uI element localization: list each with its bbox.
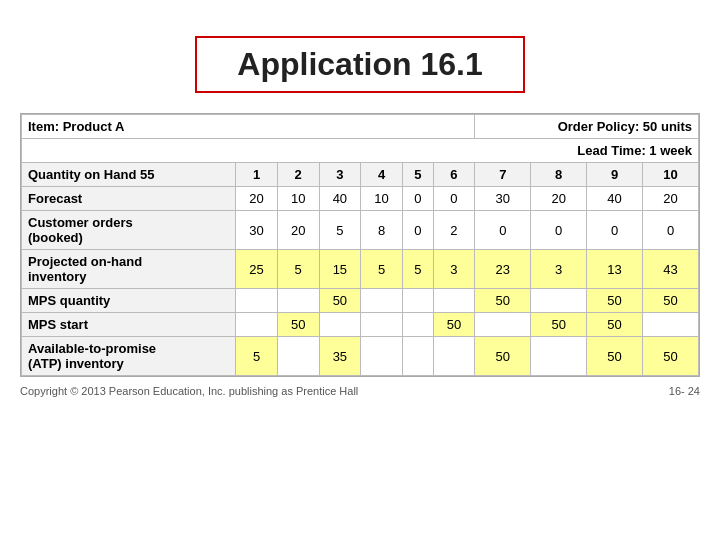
table-row: MPS start50505050 xyxy=(22,313,699,337)
cell-forecast-7: 30 xyxy=(475,187,531,211)
cell-projected-4: 5 xyxy=(361,250,403,289)
cell-forecast-2: 10 xyxy=(277,187,319,211)
cell-forecast-10: 20 xyxy=(643,187,699,211)
cell-mps_qty-3: 50 xyxy=(319,289,361,313)
cell-mps_start-8: 50 xyxy=(531,313,587,337)
cell-mps_start-3 xyxy=(319,313,361,337)
col-header-3: 3 xyxy=(319,163,361,187)
col-header-1: 1 xyxy=(236,163,278,187)
cell-projected-5: 5 xyxy=(402,250,433,289)
cell-projected-7: 23 xyxy=(475,250,531,289)
cell-forecast-6: 0 xyxy=(433,187,475,211)
cell-atp-10: 50 xyxy=(643,337,699,376)
cell-mps_qty-9: 50 xyxy=(587,289,643,313)
page-number: 16- 24 xyxy=(669,385,700,397)
cell-atp-5 xyxy=(402,337,433,376)
cell-projected-8: 3 xyxy=(531,250,587,289)
col-header-8: 8 xyxy=(531,163,587,187)
cell-forecast-1: 20 xyxy=(236,187,278,211)
cell-projected-10: 43 xyxy=(643,250,699,289)
cell-atp-3: 35 xyxy=(319,337,361,376)
cell-atp-8 xyxy=(531,337,587,376)
cell-customer-5: 0 xyxy=(402,211,433,250)
table-wrapper: Item: Product AOrder Policy: 50 unitsLea… xyxy=(20,113,700,377)
cell-forecast-5: 0 xyxy=(402,187,433,211)
item-label: Item: Product A xyxy=(22,115,475,139)
cell-mps_start-5 xyxy=(402,313,433,337)
row-label-projected: Projected on-hand inventory xyxy=(22,250,236,289)
main-table: Item: Product AOrder Policy: 50 unitsLea… xyxy=(21,114,699,376)
cell-atp-6 xyxy=(433,337,475,376)
cell-customer-6: 2 xyxy=(433,211,475,250)
page-title: Application 16.1 xyxy=(237,46,482,82)
cell-atp-2 xyxy=(277,337,319,376)
row-label-forecast: Forecast xyxy=(22,187,236,211)
cell-projected-3: 15 xyxy=(319,250,361,289)
cell-customer-3: 5 xyxy=(319,211,361,250)
cell-projected-6: 3 xyxy=(433,250,475,289)
cell-mps_qty-2 xyxy=(277,289,319,313)
cell-mps_qty-10: 50 xyxy=(643,289,699,313)
main-content: Item: Product AOrder Policy: 50 unitsLea… xyxy=(20,113,700,397)
table-row: MPS quantity50505050 xyxy=(22,289,699,313)
cell-mps_qty-6 xyxy=(433,289,475,313)
copyright-text: Copyright © 2013 Pearson Education, Inc.… xyxy=(20,385,358,397)
cell-atp-4 xyxy=(361,337,403,376)
cell-atp-7: 50 xyxy=(475,337,531,376)
cell-customer-1: 30 xyxy=(236,211,278,250)
cell-mps_start-9: 50 xyxy=(587,313,643,337)
table-row: Projected on-hand inventory2551555323313… xyxy=(22,250,699,289)
cell-customer-10: 0 xyxy=(643,211,699,250)
table-row: Available-to-promise (ATP) inventory5355… xyxy=(22,337,699,376)
title-container: Application 16.1 xyxy=(195,18,524,103)
cell-forecast-4: 10 xyxy=(361,187,403,211)
cell-mps_start-1 xyxy=(236,313,278,337)
col-header-10: 10 xyxy=(643,163,699,187)
cell-mps_qty-1 xyxy=(236,289,278,313)
cell-mps_start-7 xyxy=(475,313,531,337)
cell-forecast-3: 40 xyxy=(319,187,361,211)
cell-mps_start-2: 50 xyxy=(277,313,319,337)
col-header-7: 7 xyxy=(475,163,531,187)
cell-projected-9: 13 xyxy=(587,250,643,289)
cell-customer-9: 0 xyxy=(587,211,643,250)
cell-customer-4: 8 xyxy=(361,211,403,250)
cell-projected-2: 5 xyxy=(277,250,319,289)
col-header-2: 2 xyxy=(277,163,319,187)
row-label-customer: Customer orders (booked) xyxy=(22,211,236,250)
table-row: Forecast201040100030204020 xyxy=(22,187,699,211)
footer: Copyright © 2013 Pearson Education, Inc.… xyxy=(20,385,700,397)
col-header-6: 6 xyxy=(433,163,475,187)
cell-mps_start-4 xyxy=(361,313,403,337)
cell-customer-2: 20 xyxy=(277,211,319,250)
cell-forecast-8: 20 xyxy=(531,187,587,211)
cell-mps_qty-4 xyxy=(361,289,403,313)
cell-mps_qty-7: 50 xyxy=(475,289,531,313)
order-policy: Order Policy: 50 units xyxy=(475,115,699,139)
cell-forecast-9: 40 xyxy=(587,187,643,211)
title-box: Application 16.1 xyxy=(195,36,524,93)
row-label-mps_qty: MPS quantity xyxy=(22,289,236,313)
col-header-5: 5 xyxy=(402,163,433,187)
cell-projected-1: 25 xyxy=(236,250,278,289)
cell-customer-7: 0 xyxy=(475,211,531,250)
cell-mps_start-10 xyxy=(643,313,699,337)
cell-atp-1: 5 xyxy=(236,337,278,376)
cell-customer-8: 0 xyxy=(531,211,587,250)
cell-mps_qty-8 xyxy=(531,289,587,313)
col-header-label: Quantity on Hand 55 xyxy=(22,163,236,187)
row-label-mps_start: MPS start xyxy=(22,313,236,337)
col-header-4: 4 xyxy=(361,163,403,187)
cell-atp-9: 50 xyxy=(587,337,643,376)
row-label-atp: Available-to-promise (ATP) inventory xyxy=(22,337,236,376)
lead-time: Lead Time: 1 week xyxy=(22,139,699,163)
cell-mps_qty-5 xyxy=(402,289,433,313)
col-header-9: 9 xyxy=(587,163,643,187)
table-row: Customer orders (booked)302058020000 xyxy=(22,211,699,250)
cell-mps_start-6: 50 xyxy=(433,313,475,337)
